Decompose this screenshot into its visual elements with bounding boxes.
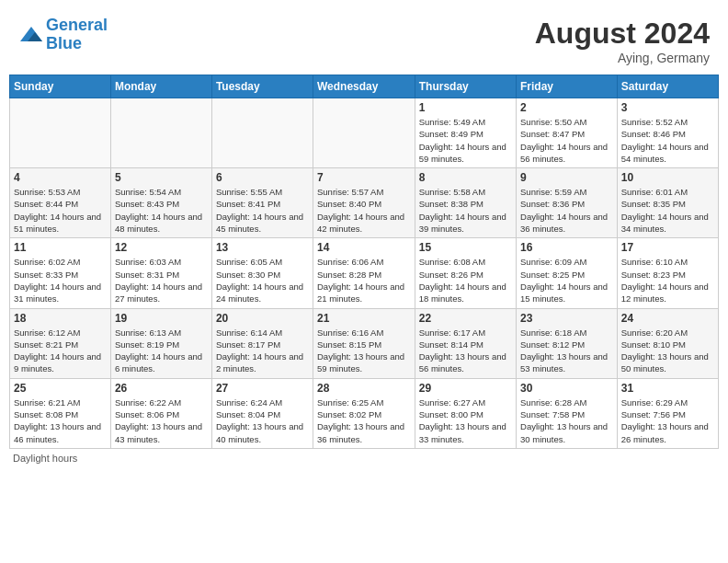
day-number: 11 bbox=[14, 241, 107, 254]
day-number: 1 bbox=[419, 101, 512, 114]
calendar-cell: 29Sunrise: 6:27 AMSunset: 8:00 PMDayligh… bbox=[415, 378, 516, 448]
calendar-cell: 25Sunrise: 6:21 AMSunset: 8:08 PMDayligh… bbox=[10, 378, 111, 448]
calendar-cell: 26Sunrise: 6:22 AMSunset: 8:06 PMDayligh… bbox=[110, 378, 211, 448]
weekday-header: Saturday bbox=[617, 75, 718, 98]
day-info: Sunrise: 6:25 AMSunset: 8:02 PMDaylight:… bbox=[317, 396, 411, 445]
day-info: Sunrise: 6:21 AMSunset: 8:08 PMDaylight:… bbox=[14, 396, 107, 445]
calendar-cell: 4Sunrise: 5:53 AMSunset: 8:44 PMDaylight… bbox=[10, 168, 111, 238]
calendar-cell: 3Sunrise: 5:52 AMSunset: 8:46 PMDaylight… bbox=[617, 98, 718, 168]
calendar-cell: 1Sunrise: 5:49 AMSunset: 8:49 PMDaylight… bbox=[415, 98, 516, 168]
day-number: 24 bbox=[621, 312, 714, 325]
calendar-cell: 19Sunrise: 6:13 AMSunset: 8:19 PMDayligh… bbox=[110, 308, 211, 378]
day-number: 16 bbox=[520, 241, 613, 254]
location: Aying, Germany bbox=[535, 51, 710, 65]
day-number: 25 bbox=[14, 382, 107, 395]
calendar-cell bbox=[10, 98, 111, 168]
day-number: 15 bbox=[419, 241, 512, 254]
calendar-cell bbox=[313, 98, 415, 168]
day-number: 26 bbox=[115, 382, 208, 395]
day-info: Sunrise: 6:09 AMSunset: 8:25 PMDaylight:… bbox=[520, 256, 613, 304]
weekday-header: Sunday bbox=[10, 75, 111, 98]
day-number: 27 bbox=[216, 382, 309, 395]
calendar-cell: 22Sunrise: 6:17 AMSunset: 8:14 PMDayligh… bbox=[415, 308, 516, 378]
day-info: Sunrise: 5:53 AMSunset: 8:44 PMDaylight:… bbox=[14, 186, 107, 235]
day-number: 20 bbox=[216, 312, 309, 325]
day-number: 29 bbox=[419, 382, 512, 395]
calendar-cell: 9Sunrise: 5:59 AMSunset: 8:36 PMDaylight… bbox=[517, 168, 618, 238]
day-number: 14 bbox=[317, 241, 411, 254]
day-number: 30 bbox=[520, 382, 613, 395]
calendar-cell: 18Sunrise: 6:12 AMSunset: 8:21 PMDayligh… bbox=[10, 308, 111, 378]
calendar-cell bbox=[110, 98, 211, 168]
day-info: Sunrise: 6:16 AMSunset: 8:15 PMDaylight:… bbox=[317, 327, 411, 375]
calendar-cell: 8Sunrise: 5:58 AMSunset: 8:38 PMDaylight… bbox=[415, 168, 516, 238]
day-info: Sunrise: 6:06 AMSunset: 8:28 PMDaylight:… bbox=[317, 256, 411, 304]
calendar-cell: 7Sunrise: 5:57 AMSunset: 8:40 PMDaylight… bbox=[313, 168, 415, 238]
calendar-cell: 23Sunrise: 6:18 AMSunset: 8:12 PMDayligh… bbox=[517, 308, 618, 378]
calendar-cell: 17Sunrise: 6:10 AMSunset: 8:23 PMDayligh… bbox=[617, 238, 718, 308]
calendar-cell: 20Sunrise: 6:14 AMSunset: 8:17 PMDayligh… bbox=[211, 308, 313, 378]
calendar-table: SundayMondayTuesdayWednesdayThursdayFrid… bbox=[9, 75, 719, 449]
calendar-cell: 2Sunrise: 5:50 AMSunset: 8:47 PMDaylight… bbox=[517, 98, 618, 168]
day-number: 22 bbox=[419, 312, 512, 325]
day-number: 3 bbox=[621, 101, 714, 114]
calendar-cell: 16Sunrise: 6:09 AMSunset: 8:25 PMDayligh… bbox=[517, 238, 618, 308]
weekday-header: Monday bbox=[110, 75, 211, 98]
day-info: Sunrise: 6:27 AMSunset: 8:00 PMDaylight:… bbox=[419, 396, 512, 445]
day-info: Sunrise: 6:03 AMSunset: 8:31 PMDaylight:… bbox=[115, 256, 208, 304]
day-number: 19 bbox=[115, 312, 208, 325]
day-number: 10 bbox=[621, 171, 714, 184]
day-info: Sunrise: 6:24 AMSunset: 8:04 PMDaylight:… bbox=[216, 396, 309, 445]
day-info: Sunrise: 5:58 AMSunset: 8:38 PMDaylight:… bbox=[419, 186, 512, 235]
page-header: General Blue August 2024 Aying, Germany bbox=[9, 9, 719, 69]
footer-note: Daylight hours bbox=[9, 453, 719, 464]
weekday-header: Thursday bbox=[415, 75, 516, 98]
day-number: 7 bbox=[317, 171, 411, 184]
calendar-cell: 28Sunrise: 6:25 AMSunset: 8:02 PMDayligh… bbox=[313, 378, 415, 448]
day-info: Sunrise: 5:49 AMSunset: 8:49 PMDaylight:… bbox=[419, 116, 512, 165]
day-info: Sunrise: 5:50 AMSunset: 8:47 PMDaylight:… bbox=[520, 116, 613, 165]
day-number: 18 bbox=[14, 312, 107, 325]
day-info: Sunrise: 6:13 AMSunset: 8:19 PMDaylight:… bbox=[115, 327, 208, 375]
day-info: Sunrise: 5:59 AMSunset: 8:36 PMDaylight:… bbox=[520, 186, 613, 235]
day-number: 8 bbox=[419, 171, 512, 184]
day-number: 12 bbox=[115, 241, 208, 254]
day-info: Sunrise: 6:29 AMSunset: 7:56 PMDaylight:… bbox=[621, 396, 714, 445]
calendar-cell: 24Sunrise: 6:20 AMSunset: 8:10 PMDayligh… bbox=[617, 308, 718, 378]
day-info: Sunrise: 6:20 AMSunset: 8:10 PMDaylight:… bbox=[621, 327, 714, 375]
calendar-cell: 21Sunrise: 6:16 AMSunset: 8:15 PMDayligh… bbox=[313, 308, 415, 378]
calendar-cell: 11Sunrise: 6:02 AMSunset: 8:33 PMDayligh… bbox=[10, 238, 111, 308]
day-info: Sunrise: 5:55 AMSunset: 8:41 PMDaylight:… bbox=[216, 186, 309, 235]
day-info: Sunrise: 6:08 AMSunset: 8:26 PMDaylight:… bbox=[419, 256, 512, 304]
day-info: Sunrise: 6:18 AMSunset: 8:12 PMDaylight:… bbox=[520, 327, 613, 375]
calendar-week-row: 25Sunrise: 6:21 AMSunset: 8:08 PMDayligh… bbox=[10, 378, 719, 448]
weekday-header: Friday bbox=[517, 75, 618, 98]
calendar-cell: 6Sunrise: 5:55 AMSunset: 8:41 PMDaylight… bbox=[211, 168, 313, 238]
calendar-cell: 13Sunrise: 6:05 AMSunset: 8:30 PMDayligh… bbox=[211, 238, 313, 308]
calendar-cell: 15Sunrise: 6:08 AMSunset: 8:26 PMDayligh… bbox=[415, 238, 516, 308]
day-number: 13 bbox=[216, 241, 309, 254]
day-number: 4 bbox=[14, 171, 107, 184]
day-info: Sunrise: 6:02 AMSunset: 8:33 PMDaylight:… bbox=[14, 256, 107, 304]
calendar-cell: 5Sunrise: 5:54 AMSunset: 8:43 PMDaylight… bbox=[110, 168, 211, 238]
calendar-week-row: 11Sunrise: 6:02 AMSunset: 8:33 PMDayligh… bbox=[10, 238, 719, 308]
calendar-week-row: 18Sunrise: 6:12 AMSunset: 8:21 PMDayligh… bbox=[10, 308, 719, 378]
day-info: Sunrise: 6:14 AMSunset: 8:17 PMDaylight:… bbox=[216, 327, 309, 375]
month-year: August 2024 bbox=[535, 17, 710, 51]
logo-icon bbox=[18, 25, 44, 45]
day-number: 23 bbox=[520, 312, 613, 325]
day-number: 28 bbox=[317, 382, 411, 395]
day-info: Sunrise: 6:28 AMSunset: 7:58 PMDaylight:… bbox=[520, 396, 613, 445]
calendar-cell: 14Sunrise: 6:06 AMSunset: 8:28 PMDayligh… bbox=[313, 238, 415, 308]
calendar-cell: 12Sunrise: 6:03 AMSunset: 8:31 PMDayligh… bbox=[110, 238, 211, 308]
weekday-header: Wednesday bbox=[313, 75, 415, 98]
day-info: Sunrise: 6:05 AMSunset: 8:30 PMDaylight:… bbox=[216, 256, 309, 304]
title-block: August 2024 Aying, Germany bbox=[535, 17, 710, 65]
calendar-cell bbox=[211, 98, 313, 168]
day-info: Sunrise: 5:52 AMSunset: 8:46 PMDaylight:… bbox=[621, 116, 714, 165]
calendar-cell: 10Sunrise: 6:01 AMSunset: 8:35 PMDayligh… bbox=[617, 168, 718, 238]
day-number: 21 bbox=[317, 312, 411, 325]
day-number: 31 bbox=[621, 382, 714, 395]
weekday-header: Tuesday bbox=[211, 75, 313, 98]
calendar-week-row: 1Sunrise: 5:49 AMSunset: 8:49 PMDaylight… bbox=[10, 98, 719, 168]
